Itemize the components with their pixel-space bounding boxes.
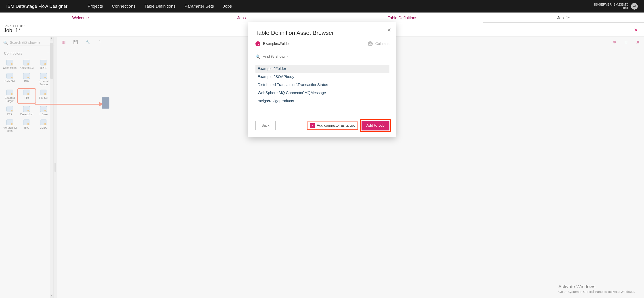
tab-table-definitions[interactable]: Table Definitions	[322, 12, 483, 23]
asset-row[interactable]: Examples\SOAPbody	[256, 73, 390, 81]
nav-connections[interactable]: Connections	[112, 4, 136, 9]
watermark-line1: Activate Windows	[558, 284, 635, 289]
watermark-line2: Go to System in Control Panel to activat…	[558, 290, 635, 294]
modal-title: Table Definition Asset Browser	[256, 30, 390, 36]
asset-row[interactable]: WebSphere MQ Connector\MQMessage	[256, 89, 390, 97]
top-menu: Projects Connections Table Definitions P…	[88, 4, 232, 9]
find-icon: 🔍	[256, 54, 260, 59]
nav-projects[interactable]: Projects	[88, 4, 103, 9]
add-connector-as-target-checkbox[interactable]: ✓ Add connector as target	[308, 122, 357, 129]
tab-welcome[interactable]: Welcome	[0, 12, 161, 23]
nav-table-definitions[interactable]: Table Definitions	[144, 4, 176, 9]
find-input[interactable]	[262, 53, 390, 60]
asset-list: Examples\FolderExamples\SOAPbodyDistribu…	[256, 65, 390, 105]
tab-jobs[interactable]: Jobs	[161, 12, 322, 23]
server-host: IIS-SERVER.IBM.DEMO	[594, 3, 628, 6]
td-chip-icon: TD	[256, 41, 260, 46]
nav-parameter-sets[interactable]: Parameter Sets	[184, 4, 214, 9]
table-definition-browser-modal: ✕ Table Definition Asset Browser TD Exam…	[248, 22, 396, 137]
top-nav: IBM DataStage Flow Designer Projects Con…	[0, 0, 644, 12]
windows-activation-watermark: Activate Windows Go to System in Control…	[558, 284, 635, 294]
cl-chip-icon: CL	[368, 41, 373, 46]
server-label: IIS-SERVER.IBM.DEMO Lab1	[594, 3, 628, 10]
checkbox-checked-icon: ✓	[310, 123, 315, 128]
asset-row[interactable]: Distributed Transaction\TransactionStatu…	[256, 81, 390, 89]
tab-job1[interactable]: Job_1*	[483, 12, 644, 23]
modal-find: 🔍	[256, 53, 390, 60]
modal-breadcrumb: TD Examples\Folder CL Columns	[256, 41, 390, 46]
breadcrumb-path[interactable]: Examples\Folder	[263, 42, 290, 46]
asset-row[interactable]: raviga\ravigaproducts	[256, 97, 390, 105]
breadcrumb-separator	[294, 44, 364, 44]
subtabs: Welcome Jobs Table Definitions Job_1*	[0, 12, 644, 23]
avatar[interactable]: AI	[631, 3, 638, 10]
modal-footer: Back ✓ Add connector as target Add to Jo…	[256, 121, 390, 130]
add-to-job-button[interactable]: Add to Job	[362, 121, 390, 130]
nav-jobs[interactable]: Jobs	[223, 4, 232, 9]
brand-title: IBM DataStage Flow Designer	[6, 4, 68, 9]
back-button[interactable]: Back	[256, 121, 276, 130]
modal-close-icon[interactable]: ✕	[387, 27, 391, 33]
server-project: Lab1	[594, 6, 628, 10]
breadcrumb-columns: Columns	[375, 42, 390, 46]
checkbox-label: Add connector as target	[317, 124, 355, 128]
asset-row[interactable]: Examples\Folder	[256, 65, 390, 73]
close-job-icon[interactable]: ✕	[634, 27, 638, 33]
